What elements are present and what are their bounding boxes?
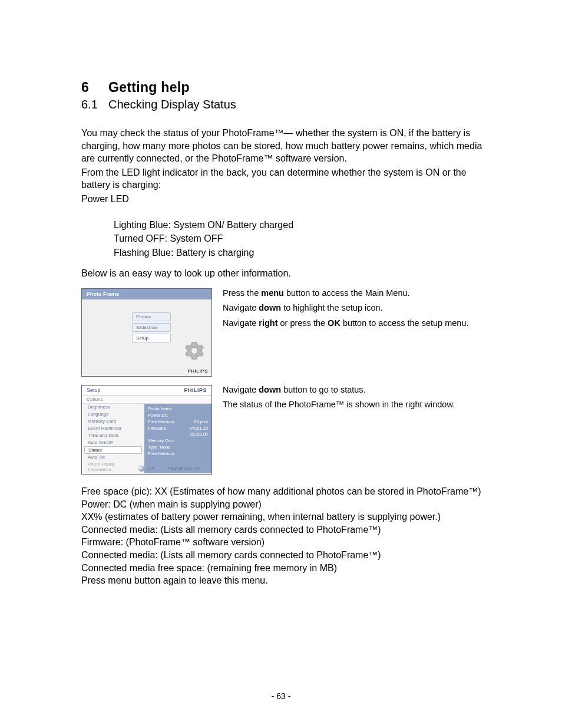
ss2-item-autoonoff: Auto On/Off bbox=[82, 439, 144, 446]
ss1-titlebar: Photo Frame bbox=[82, 289, 211, 299]
info-power: Power: DC (when main is supplying power) bbox=[81, 498, 494, 511]
ss2-item-brightness: Brightness bbox=[82, 404, 144, 411]
ss2-item-eventreminder: Event Reminder bbox=[82, 425, 144, 432]
intro-p1: You may check the status of your PhotoFr… bbox=[81, 127, 494, 165]
step-row-2: Setup PHILIPS Options Brightness Languag… bbox=[81, 385, 494, 475]
ss2-item-status: Status bbox=[84, 446, 142, 454]
subsection-heading: 6.1Checking Display Status bbox=[81, 98, 494, 111]
info-connectedmedia-freespace: Connected media free space: (remaining f… bbox=[81, 562, 494, 575]
info-connectedmedia-2: Connected media: (Lists all memory cards… bbox=[81, 549, 494, 562]
ss2-left-list: Brightness Language Memory Card Event Re… bbox=[82, 404, 144, 473]
instr1-line-a: Press the menu button to access the Main… bbox=[223, 286, 494, 301]
nav-circle-icon bbox=[138, 466, 144, 472]
ss2-body: Brightness Language Memory Card Event Re… bbox=[82, 404, 211, 473]
ss2-item-timedate: Time and Date bbox=[82, 432, 144, 439]
section-title: Getting help bbox=[108, 80, 190, 95]
ss2-brand: PHILIPS bbox=[184, 387, 207, 393]
page-number: - 63 - bbox=[0, 691, 562, 701]
ss2-header: Setup PHILIPS bbox=[82, 386, 211, 396]
subsection-title: Checking Display Status bbox=[108, 98, 236, 111]
led-line-3: Flashing Blue: Battery is charging bbox=[114, 246, 494, 259]
led-line-2: Turned OFF: System OFF bbox=[114, 232, 494, 245]
instr1-line-c: Navigate right or press the OK button to… bbox=[223, 316, 494, 331]
instructions-2: Navigate down button to go to status. Th… bbox=[223, 383, 494, 413]
closing-text: Press menu button again to leave this me… bbox=[81, 574, 494, 587]
instructions-1: Press the menu button to access the Main… bbox=[223, 286, 494, 331]
section-heading: 6Getting help bbox=[81, 80, 494, 95]
screenshot-setup-status: Setup PHILIPS Options Brightness Languag… bbox=[81, 385, 212, 475]
instr1-line-b: Navigate down to highlight the setup ico… bbox=[223, 301, 494, 315]
ss2-item-language: Language bbox=[82, 411, 144, 418]
below-text: Below is an easy way to look up other in… bbox=[81, 267, 494, 280]
info-freespace: Free space (pic): XX (Estimates of how m… bbox=[81, 485, 494, 498]
page: 6Getting help 6.1Checking Display Status… bbox=[0, 0, 562, 728]
screenshot-main-menu: Photo Frame Photos Slideshow Setup PHILI… bbox=[81, 288, 212, 377]
instr2-line-a: Navigate down button to go to status. bbox=[223, 383, 494, 397]
instr2-line-b: The status of the PhotoFrame™ is shown i… bbox=[223, 397, 494, 412]
ss2-footer-play: Play Slideshow bbox=[168, 466, 200, 471]
led-line-1: Lighting Blue: System ON/ Battery charge… bbox=[114, 219, 494, 232]
ss2-footer: OK Play Slideshow bbox=[82, 466, 211, 472]
ss1-brand: PHILIPS bbox=[187, 368, 208, 374]
subsection-number: 6.1 bbox=[81, 98, 108, 111]
section-number: 6 bbox=[81, 80, 108, 95]
info-firmware: Firmware: (PhotoFrame™ software version) bbox=[81, 536, 494, 549]
ss2-right-panel: Photo frame Power:DC Free Memory:86 pics… bbox=[144, 404, 211, 473]
ss1-menu-photos: Photos bbox=[132, 312, 171, 321]
info-battery: XX% (estimates of battery power remainin… bbox=[81, 510, 494, 523]
gear-icon bbox=[184, 341, 204, 361]
ss2-item-memorycard: Memory Card bbox=[82, 418, 144, 425]
ss2-footer-ok: OK bbox=[148, 466, 155, 471]
led-status-list: Lighting Blue: System ON/ Battery charge… bbox=[114, 219, 494, 259]
ss2-item-autotilt: Auto Tilt bbox=[82, 454, 144, 461]
ss1-menu-setup: Setup bbox=[132, 334, 171, 342]
ss1-menu: Photos Slideshow Setup bbox=[132, 312, 171, 344]
info-connectedmedia-1: Connected media: (Lists all memory cards… bbox=[81, 523, 494, 536]
ss1-menu-slideshow: Slideshow bbox=[132, 323, 171, 332]
step-row-1: Photo Frame Photos Slideshow Setup PHILI… bbox=[81, 288, 494, 377]
intro-p2: From the LED light indicator in the back… bbox=[81, 166, 494, 192]
ss2-options-label: Options bbox=[82, 396, 211, 404]
status-fields-description: Free space (pic): XX (Estimates of how m… bbox=[81, 485, 494, 574]
intro-p3: Power LED bbox=[81, 193, 494, 206]
ss2-header-title: Setup bbox=[87, 387, 101, 393]
